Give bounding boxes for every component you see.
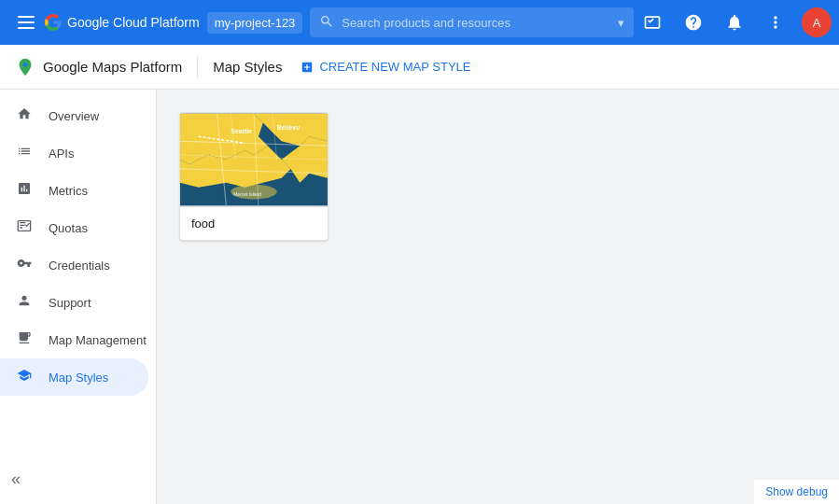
sidebar: Overview APIs Metrics Quotas Credentials [0, 90, 157, 504]
sidebar-collapse-button[interactable]: « [11, 469, 21, 489]
debug-bar[interactable]: Show debug [754, 480, 839, 504]
map-thumbnail: Seattle Bellevu Mercer Island [180, 113, 328, 206]
map-styles-icon [15, 368, 34, 386]
google-logo: Google Cloud Platform [45, 14, 200, 31]
page-title: Map Styles [213, 59, 282, 75]
app-title: Google Maps Platform [43, 59, 182, 75]
help-button[interactable] [675, 4, 712, 41]
create-map-style-button[interactable]: CREATE NEW MAP STYLE [293, 54, 478, 79]
sidebar-item-overview[interactable]: Overview [0, 97, 148, 134]
sidebar-item-quotas[interactable]: Quotas [0, 209, 148, 246]
metrics-icon [15, 181, 34, 200]
main-content: Seattle Bellevu Mercer Island [157, 90, 839, 504]
layout: Overview APIs Metrics Quotas Credentials [0, 90, 839, 504]
sidebar-item-apis[interactable]: APIs [0, 134, 148, 172]
project-selector[interactable]: my-project-123 [207, 12, 303, 34]
map-card-food-label: food [180, 206, 328, 240]
maps-pin-icon [15, 57, 35, 77]
user-avatar[interactable]: A [802, 7, 832, 37]
map-styles-grid: Seattle Bellevu Mercer Island [179, 112, 817, 241]
support-icon [15, 293, 34, 312]
search-expand-icon[interactable]: ▾ [618, 16, 624, 30]
app-logo: Google Maps Platform [15, 57, 182, 77]
sidebar-item-map-management[interactable]: Map Management [0, 321, 148, 358]
menu-icon[interactable] [7, 4, 45, 41]
topbar-logo-text: Google Cloud Platform [67, 15, 200, 30]
search-bar[interactable]: ▾ [310, 7, 634, 37]
search-input[interactable] [342, 16, 610, 30]
map-style-card-food[interactable]: Seattle Bellevu Mercer Island [179, 112, 329, 241]
home-icon [15, 106, 34, 125]
subheader-divider [197, 56, 198, 78]
sidebar-item-map-styles[interactable]: Map Styles [0, 358, 148, 396]
search-icon [319, 14, 334, 32]
topbar: Google Cloud Platform my-project-123 ▾ A [0, 0, 839, 45]
map-thumbnail-svg: Seattle Bellevu Mercer Island [180, 113, 328, 206]
key-icon [15, 256, 34, 274]
quotas-icon [15, 218, 34, 237]
topbar-actions: A [634, 4, 832, 41]
notifications-button[interactable] [716, 4, 753, 41]
subheader: Google Maps Platform Map Styles CREATE N… [0, 45, 839, 90]
svg-text:Seattle: Seattle [231, 128, 252, 134]
svg-point-0 [23, 62, 28, 66]
sidebar-item-credentials[interactable]: Credentials [0, 246, 148, 284]
map-management-icon [15, 330, 34, 349]
more-options-button[interactable] [757, 4, 794, 41]
svg-text:Bellevu: Bellevu [277, 124, 301, 131]
cloud-shell-button[interactable] [634, 4, 671, 41]
sidebar-item-support[interactable]: Support [0, 284, 148, 321]
list-icon [15, 144, 34, 162]
sidebar-item-metrics[interactable]: Metrics [0, 172, 148, 209]
svg-text:Mercer Island: Mercer Island [233, 192, 261, 197]
